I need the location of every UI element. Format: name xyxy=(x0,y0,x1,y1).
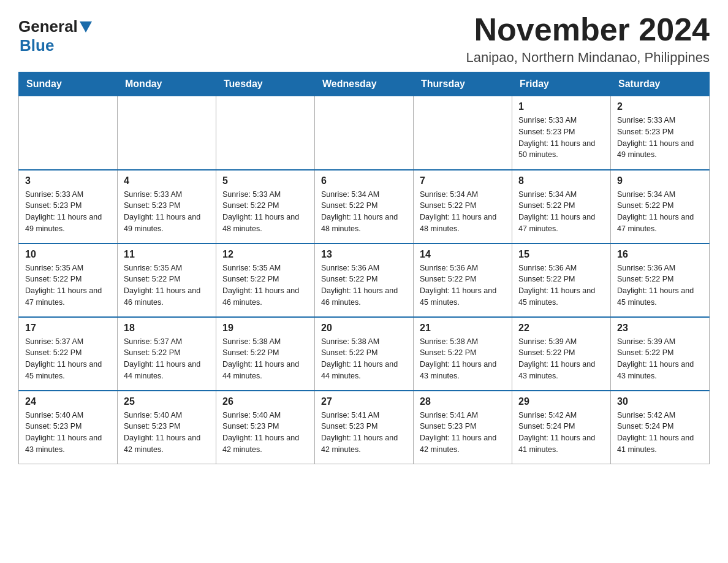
calendar-cell-w4-d5: 22Sunrise: 5:39 AMSunset: 5:22 PMDayligh… xyxy=(512,317,611,391)
day-info: Sunrise: 5:33 AMSunset: 5:23 PMDaylight:… xyxy=(124,189,210,235)
calendar-cell-w5-d6: 30Sunrise: 5:42 AMSunset: 5:24 PMDayligh… xyxy=(611,391,710,464)
calendar-cell-w5-d1: 25Sunrise: 5:40 AMSunset: 5:23 PMDayligh… xyxy=(118,391,216,464)
day-info: Sunrise: 5:42 AMSunset: 5:24 PMDaylight:… xyxy=(617,410,703,456)
col-thursday: Thursday xyxy=(414,72,512,96)
calendar-cell-w2-d0: 3Sunrise: 5:33 AMSunset: 5:23 PMDaylight… xyxy=(19,170,118,243)
calendar-cell-w4-d0: 17Sunrise: 5:37 AMSunset: 5:22 PMDayligh… xyxy=(19,317,118,391)
calendar-cell-w1-d4 xyxy=(414,96,512,170)
calendar-cell-w3-d6: 16Sunrise: 5:36 AMSunset: 5:22 PMDayligh… xyxy=(611,243,710,317)
day-number: 13 xyxy=(321,249,407,260)
day-number: 22 xyxy=(518,323,604,334)
day-info: Sunrise: 5:36 AMSunset: 5:22 PMDaylight:… xyxy=(617,262,703,308)
day-info: Sunrise: 5:40 AMSunset: 5:23 PMDaylight:… xyxy=(124,410,210,456)
day-number: 4 xyxy=(124,175,210,186)
day-number: 17 xyxy=(25,323,111,334)
day-info: Sunrise: 5:37 AMSunset: 5:22 PMDaylight:… xyxy=(124,336,210,382)
week-row-3: 10Sunrise: 5:35 AMSunset: 5:22 PMDayligh… xyxy=(19,243,710,317)
day-info: Sunrise: 5:38 AMSunset: 5:22 PMDaylight:… xyxy=(420,336,506,382)
day-number: 5 xyxy=(222,175,308,186)
day-info: Sunrise: 5:33 AMSunset: 5:22 PMDaylight:… xyxy=(222,189,308,235)
day-info: Sunrise: 5:37 AMSunset: 5:22 PMDaylight:… xyxy=(25,336,111,382)
day-info: Sunrise: 5:39 AMSunset: 5:22 PMDaylight:… xyxy=(617,336,703,382)
day-info: Sunrise: 5:38 AMSunset: 5:22 PMDaylight:… xyxy=(222,336,308,382)
calendar-cell-w3-d1: 11Sunrise: 5:35 AMSunset: 5:22 PMDayligh… xyxy=(118,243,216,317)
day-number: 28 xyxy=(420,396,506,407)
day-number: 26 xyxy=(222,396,308,407)
day-number: 11 xyxy=(124,249,210,260)
day-number: 27 xyxy=(321,396,407,407)
calendar-cell-w4-d2: 19Sunrise: 5:38 AMSunset: 5:22 PMDayligh… xyxy=(216,317,315,391)
day-info: Sunrise: 5:41 AMSunset: 5:23 PMDaylight:… xyxy=(420,410,506,456)
calendar-cell-w5-d5: 29Sunrise: 5:42 AMSunset: 5:24 PMDayligh… xyxy=(512,391,611,464)
day-number: 2 xyxy=(617,101,703,112)
calendar-cell-w4-d4: 21Sunrise: 5:38 AMSunset: 5:22 PMDayligh… xyxy=(414,317,512,391)
calendar-cell-w2-d2: 5Sunrise: 5:33 AMSunset: 5:22 PMDaylight… xyxy=(216,170,315,243)
logo-blue-text: Blue xyxy=(20,36,54,55)
day-info: Sunrise: 5:33 AMSunset: 5:23 PMDaylight:… xyxy=(25,189,111,235)
week-row-4: 17Sunrise: 5:37 AMSunset: 5:22 PMDayligh… xyxy=(19,317,710,391)
day-info: Sunrise: 5:34 AMSunset: 5:22 PMDaylight:… xyxy=(321,189,407,235)
calendar-cell-w1-d0 xyxy=(19,96,118,170)
calendar-cell-w1-d5: 1Sunrise: 5:33 AMSunset: 5:23 PMDaylight… xyxy=(512,96,611,170)
day-info: Sunrise: 5:34 AMSunset: 5:22 PMDaylight:… xyxy=(617,189,703,235)
day-number: 1 xyxy=(518,101,604,112)
calendar-cell-w2-d6: 9Sunrise: 5:34 AMSunset: 5:22 PMDaylight… xyxy=(611,170,710,243)
calendar-cell-w4-d3: 20Sunrise: 5:38 AMSunset: 5:22 PMDayligh… xyxy=(315,317,414,391)
day-info: Sunrise: 5:35 AMSunset: 5:22 PMDaylight:… xyxy=(222,262,308,308)
day-number: 21 xyxy=(420,323,506,334)
day-info: Sunrise: 5:34 AMSunset: 5:22 PMDaylight:… xyxy=(420,189,506,235)
calendar-cell-w5-d3: 27Sunrise: 5:41 AMSunset: 5:23 PMDayligh… xyxy=(315,391,414,464)
day-number: 16 xyxy=(617,249,703,260)
calendar-cell-w2-d4: 7Sunrise: 5:34 AMSunset: 5:22 PMDaylight… xyxy=(414,170,512,243)
calendar-cell-w2-d5: 8Sunrise: 5:34 AMSunset: 5:22 PMDaylight… xyxy=(512,170,611,243)
title-section: November 2024 Lanipao, Northern Mindanao… xyxy=(466,12,710,66)
calendar-header-row: Sunday Monday Tuesday Wednesday Thursday… xyxy=(19,72,710,96)
day-number: 24 xyxy=(25,396,111,407)
col-wednesday: Wednesday xyxy=(315,72,414,96)
week-row-2: 3Sunrise: 5:33 AMSunset: 5:23 PMDaylight… xyxy=(19,170,710,243)
col-monday: Monday xyxy=(118,72,216,96)
day-number: 3 xyxy=(25,175,111,186)
calendar-cell-w5-d4: 28Sunrise: 5:41 AMSunset: 5:23 PMDayligh… xyxy=(414,391,512,464)
page-header: General Blue November 2024 Lanipao, Nort… xyxy=(18,12,710,66)
logo-general-text: General xyxy=(18,17,78,36)
day-info: Sunrise: 5:36 AMSunset: 5:22 PMDaylight:… xyxy=(518,262,604,308)
day-number: 30 xyxy=(617,396,703,407)
day-info: Sunrise: 5:35 AMSunset: 5:22 PMDaylight:… xyxy=(25,262,111,308)
day-number: 23 xyxy=(617,323,703,334)
day-number: 7 xyxy=(420,175,506,186)
week-row-1: 1Sunrise: 5:33 AMSunset: 5:23 PMDaylight… xyxy=(19,96,710,170)
day-info: Sunrise: 5:35 AMSunset: 5:22 PMDaylight:… xyxy=(124,262,210,308)
day-info: Sunrise: 5:42 AMSunset: 5:24 PMDaylight:… xyxy=(518,410,604,456)
day-number: 19 xyxy=(222,323,308,334)
day-info: Sunrise: 5:40 AMSunset: 5:23 PMDaylight:… xyxy=(25,410,111,456)
calendar-cell-w4-d1: 18Sunrise: 5:37 AMSunset: 5:22 PMDayligh… xyxy=(118,317,216,391)
logo: General Blue xyxy=(18,12,92,55)
week-row-5: 24Sunrise: 5:40 AMSunset: 5:23 PMDayligh… xyxy=(19,391,710,464)
calendar-cell-w2-d3: 6Sunrise: 5:34 AMSunset: 5:22 PMDaylight… xyxy=(315,170,414,243)
col-saturday: Saturday xyxy=(611,72,710,96)
calendar-cell-w1-d6: 2Sunrise: 5:33 AMSunset: 5:23 PMDaylight… xyxy=(611,96,710,170)
day-number: 8 xyxy=(518,175,604,186)
calendar-cell-w3-d3: 13Sunrise: 5:36 AMSunset: 5:22 PMDayligh… xyxy=(315,243,414,317)
day-number: 29 xyxy=(518,396,604,407)
day-info: Sunrise: 5:40 AMSunset: 5:23 PMDaylight:… xyxy=(222,410,308,456)
day-info: Sunrise: 5:39 AMSunset: 5:22 PMDaylight:… xyxy=(518,336,604,382)
day-info: Sunrise: 5:33 AMSunset: 5:23 PMDaylight:… xyxy=(518,115,604,161)
logo-triangle-icon xyxy=(80,21,92,33)
calendar-cell-w1-d1 xyxy=(118,96,216,170)
calendar-cell-w5-d0: 24Sunrise: 5:40 AMSunset: 5:23 PMDayligh… xyxy=(19,391,118,464)
calendar-cell-w1-d2 xyxy=(216,96,315,170)
day-info: Sunrise: 5:36 AMSunset: 5:22 PMDaylight:… xyxy=(420,262,506,308)
day-info: Sunrise: 5:41 AMSunset: 5:23 PMDaylight:… xyxy=(321,410,407,456)
day-number: 9 xyxy=(617,175,703,186)
day-number: 15 xyxy=(518,249,604,260)
calendar-cell-w4-d6: 23Sunrise: 5:39 AMSunset: 5:22 PMDayligh… xyxy=(611,317,710,391)
col-friday: Friday xyxy=(512,72,611,96)
day-number: 18 xyxy=(124,323,210,334)
day-number: 6 xyxy=(321,175,407,186)
day-number: 10 xyxy=(25,249,111,260)
calendar-cell-w3-d5: 15Sunrise: 5:36 AMSunset: 5:22 PMDayligh… xyxy=(512,243,611,317)
day-number: 20 xyxy=(321,323,407,334)
day-info: Sunrise: 5:38 AMSunset: 5:22 PMDaylight:… xyxy=(321,336,407,382)
